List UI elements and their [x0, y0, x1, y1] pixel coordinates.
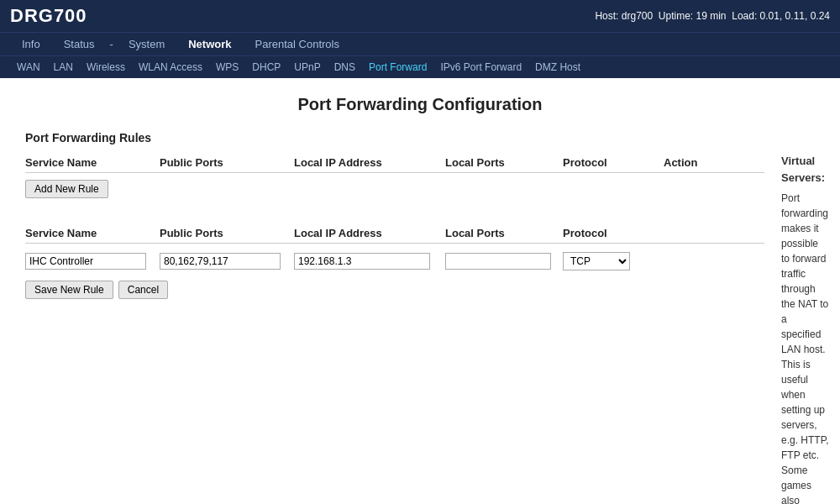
- virtual-servers-paragraph1: Port forwarding makes it possible to for…: [781, 191, 829, 504]
- col-protocol: Protocol: [563, 156, 664, 169]
- edit-section: Service Name Public Ports Local IP Addre…: [25, 223, 764, 299]
- action-buttons: Save New Rule Cancel: [25, 281, 764, 299]
- host-label: Host:: [595, 10, 618, 22]
- edit-table-header: Service Name Public Ports Local IP Addre…: [25, 223, 764, 244]
- subnav-dhcp[interactable]: DHCP: [245, 58, 287, 76]
- subnav-wps[interactable]: WPS: [209, 58, 245, 76]
- edit-col-local-ip: Local IP Address: [294, 227, 445, 239]
- sub-nav: WAN LAN Wireless WLAN Access WPS DHCP UP…: [0, 55, 840, 78]
- protocol-select[interactable]: TCP UDP Both: [563, 252, 630, 270]
- subnav-wlan-access[interactable]: WLAN Access: [132, 58, 209, 76]
- add-new-rule-button[interactable]: Add New Rule: [25, 180, 108, 198]
- nav-parental[interactable]: Parental Controls: [244, 33, 351, 55]
- public-ports-input[interactable]: [160, 253, 281, 270]
- virtual-servers-title: Virtual Servers:: [781, 153, 829, 186]
- subnav-upnp[interactable]: UPnP: [287, 58, 327, 76]
- edit-col-public-ports: Public Ports: [160, 227, 294, 239]
- main-area: Service Name Public Ports Local IP Addre…: [25, 153, 815, 504]
- host-info: Host: drg700 Uptime: 19 min Load: 0.01, …: [595, 10, 830, 22]
- top-bar: DRG700 Host: drg700 Uptime: 19 min Load:…: [0, 0, 840, 32]
- table-header: Service Name Public Ports Local IP Addre…: [25, 153, 764, 173]
- subnav-port-forward[interactable]: Port Forward: [362, 58, 433, 76]
- subnav-wireless[interactable]: Wireless: [80, 58, 132, 76]
- nav-system[interactable]: System: [117, 33, 176, 55]
- uptime-value: 19 min: [696, 10, 727, 22]
- col-local-ip: Local IP Address: [294, 156, 445, 169]
- page-title: Port Forwarding Configuration: [25, 95, 815, 114]
- subnav-dmz-host[interactable]: DMZ Host: [528, 58, 587, 76]
- left-panel: Service Name Public Ports Local IP Addre…: [25, 153, 764, 504]
- uptime-label: Uptime:: [659, 10, 693, 22]
- hostname: drg700: [622, 10, 653, 22]
- col-local-ports: Local Ports: [445, 156, 563, 169]
- rules-section-title: Port Forwarding Rules: [25, 131, 815, 144]
- local-ports-cell: [445, 253, 563, 270]
- service-name-cell: [25, 253, 160, 270]
- edit-col-service-name: Service Name: [25, 227, 160, 239]
- subnav-lan[interactable]: LAN: [47, 58, 80, 76]
- content-area: Port Forwarding Configuration Port Forwa…: [0, 78, 840, 504]
- load-value: 0.01, 0.11, 0.24: [760, 10, 830, 22]
- col-service-name: Service Name: [25, 156, 160, 169]
- brand-logo: DRG700: [10, 5, 87, 27]
- local-ip-cell: [294, 253, 445, 270]
- save-new-rule-button[interactable]: Save New Rule: [25, 281, 113, 299]
- right-panel: Virtual Servers: Port forwarding makes i…: [781, 153, 829, 504]
- edit-col-protocol: Protocol: [563, 227, 664, 239]
- nav-status[interactable]: Status: [52, 33, 107, 55]
- local-ports-input[interactable]: [445, 253, 551, 270]
- main-nav: Info Status - System Network Parental Co…: [0, 32, 840, 55]
- protocol-cell: TCP UDP Both: [563, 252, 664, 270]
- nav-network[interactable]: Network: [176, 33, 243, 55]
- nav-info[interactable]: Info: [10, 33, 52, 55]
- edit-row: TCP UDP Both: [25, 249, 764, 274]
- public-ports-cell: [160, 253, 294, 270]
- edit-col-local-ports: Local Ports: [445, 227, 563, 239]
- subnav-ipv6-port-forward[interactable]: IPv6 Port Forward: [433, 58, 528, 76]
- load-label: Load:: [732, 10, 757, 22]
- cancel-button[interactable]: Cancel: [118, 281, 168, 299]
- nav-separator: -: [107, 38, 117, 50]
- subnav-dns[interactable]: DNS: [328, 58, 362, 76]
- service-name-input[interactable]: [25, 253, 146, 270]
- col-action: Action: [664, 156, 764, 169]
- col-public-ports: Public Ports: [160, 156, 294, 169]
- subnav-wan[interactable]: WAN: [10, 58, 47, 76]
- local-ip-input[interactable]: [294, 253, 430, 270]
